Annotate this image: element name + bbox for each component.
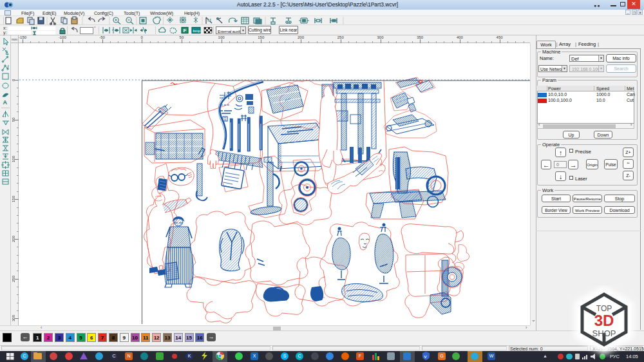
svg-text:A: A <box>3 99 8 106</box>
svg-text:bmp: bmp <box>193 29 201 33</box>
svg-text:SHOP: SHOP <box>592 329 616 338</box>
svg-text:3D: 3D <box>594 312 614 329</box>
svg-text:M: M <box>207 18 211 23</box>
svg-text:v: v <box>424 354 427 359</box>
svg-text:F: F <box>184 28 187 33</box>
